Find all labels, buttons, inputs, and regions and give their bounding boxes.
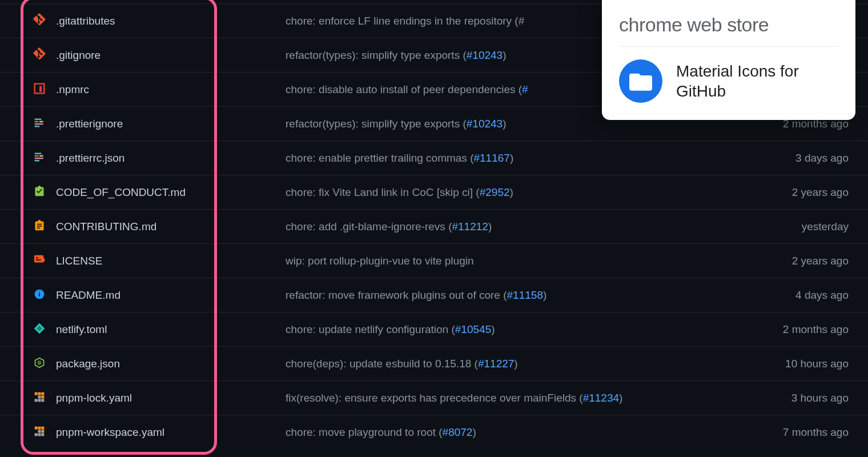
file-name-link[interactable]: CONTRIBUTING.md xyxy=(56,221,156,232)
svg-rect-9 xyxy=(39,155,43,157)
svg-rect-21 xyxy=(35,392,38,395)
svg-rect-17 xyxy=(36,259,41,260)
node-green-icon xyxy=(0,347,46,381)
commit-time: 2 years ago xyxy=(742,175,868,210)
commit-time: 10 hours ago xyxy=(742,347,868,381)
pr-link[interactable]: #2952 xyxy=(480,186,510,198)
file-name-link[interactable]: pnpm-lock.yaml xyxy=(56,392,132,404)
pr-link[interactable]: #11234 xyxy=(583,392,619,404)
svg-rect-15 xyxy=(34,255,43,262)
svg-rect-19 xyxy=(39,293,40,296)
svg-rect-33 xyxy=(35,433,38,436)
pnpm-orange-icon xyxy=(0,415,46,450)
folder-icon xyxy=(619,59,662,103)
svg-rect-10 xyxy=(35,157,43,159)
svg-rect-8 xyxy=(35,155,39,157)
check-green-icon xyxy=(0,175,46,210)
svg-rect-34 xyxy=(38,433,41,436)
file-name-link[interactable]: .npmrc xyxy=(56,83,89,95)
svg-rect-22 xyxy=(38,392,41,395)
store-label: chrome web store xyxy=(619,14,838,47)
file-row: netlify.tomlchore: update netlify config… xyxy=(0,312,868,347)
commit-time: 2 months ago xyxy=(742,312,868,347)
file-name-link[interactable]: netlify.toml xyxy=(56,323,107,335)
git-orange-icon xyxy=(0,38,46,73)
svg-rect-24 xyxy=(41,395,44,398)
commit-message[interactable]: chore: enable prettier trailing commas (… xyxy=(286,141,742,175)
clipboard-orange-icon xyxy=(0,210,46,244)
svg-rect-35 xyxy=(41,433,44,436)
svg-rect-11 xyxy=(35,160,39,162)
commit-time: 2 years ago xyxy=(742,244,868,278)
svg-rect-3 xyxy=(35,121,39,122)
pr-link[interactable]: #11167 xyxy=(473,152,509,164)
pr-link[interactable]: # xyxy=(522,83,528,95)
svg-rect-26 xyxy=(38,399,41,402)
svg-rect-5 xyxy=(35,123,43,125)
file-name-link[interactable]: .gitattributes xyxy=(56,15,115,27)
commit-time: 3 hours ago xyxy=(742,381,868,415)
svg-rect-28 xyxy=(38,395,41,398)
extension-row[interactable]: Material Icons for GitHub xyxy=(619,59,838,103)
commit-message[interactable]: chore(deps): update esbuild to 0.15.18 (… xyxy=(286,347,742,381)
svg-rect-27 xyxy=(41,399,44,402)
file-name-link[interactable]: CODE_OF_CONDUCT.md xyxy=(56,186,186,198)
npm-red-icon xyxy=(0,73,46,107)
pr-link[interactable]: #11212 xyxy=(452,221,488,232)
commit-message[interactable]: chore: fix Vite Land link in CoC [skip c… xyxy=(286,175,742,210)
commit-message[interactable]: wip: port rollup-plugin-vue to vite plug… xyxy=(286,244,742,278)
file-name-link[interactable]: README.md xyxy=(56,289,120,301)
file-name-link[interactable]: .gitignore xyxy=(56,49,101,61)
svg-rect-36 xyxy=(38,430,41,432)
commit-message[interactable]: chore: update netlify configuration (#10… xyxy=(286,312,742,347)
pr-link[interactable]: #10545 xyxy=(455,323,491,335)
svg-rect-23 xyxy=(41,392,44,395)
commit-message[interactable]: chore: add .git-blame-ignore-revs (#1121… xyxy=(286,210,742,244)
file-name-link[interactable]: LICENSE xyxy=(56,255,102,267)
commit-message[interactable]: chore: move playground to root (#8072) xyxy=(286,415,742,450)
netlify-teal-icon xyxy=(0,312,46,347)
commit-time: 4 days ago xyxy=(742,278,868,312)
svg-rect-16 xyxy=(36,257,39,258)
file-name-link[interactable]: .prettierrc.json xyxy=(56,152,124,164)
prettier-icon xyxy=(0,141,46,175)
info-blue-icon xyxy=(0,278,46,312)
pr-link[interactable]: #11158 xyxy=(507,289,543,301)
file-name-link[interactable]: pnpm-workspace.yaml xyxy=(56,426,164,438)
file-row: .prettierrc.jsonchore: enable prettier t… xyxy=(0,141,868,175)
file-name-link[interactable]: .prettierignore xyxy=(56,118,123,130)
file-row: README.mdrefactor: move framework plugin… xyxy=(0,278,868,312)
svg-rect-2 xyxy=(35,118,42,120)
svg-rect-25 xyxy=(35,399,38,402)
svg-rect-1 xyxy=(39,86,42,91)
svg-rect-20 xyxy=(39,291,40,292)
pr-link[interactable]: #10243 xyxy=(467,118,503,130)
commit-time: 3 days ago xyxy=(742,141,868,175)
pr-link[interactable]: #8072 xyxy=(443,426,473,438)
chrome-web-store-popup: chrome web store Material Icons for GitH… xyxy=(602,0,855,120)
commit-message[interactable]: fix(resolve): ensure exports has precede… xyxy=(286,381,742,415)
git-orange-icon xyxy=(0,4,46,38)
commit-time: yesterday xyxy=(742,210,868,244)
svg-rect-4 xyxy=(39,121,43,122)
svg-rect-6 xyxy=(35,126,39,127)
pr-link[interactable]: #10243 xyxy=(467,49,503,61)
file-row: CONTRIBUTING.mdchore: add .git-blame-ign… xyxy=(0,210,868,244)
file-name-link[interactable]: package.json xyxy=(56,358,120,370)
file-row: pnpm-workspace.yamlchore: move playgroun… xyxy=(0,415,868,450)
svg-rect-31 xyxy=(41,426,44,429)
license-red-icon xyxy=(0,244,46,278)
file-row: package.jsonchore(deps): update esbuild … xyxy=(0,347,868,381)
prettier-icon xyxy=(0,107,46,141)
file-row: CODE_OF_CONDUCT.mdchore: fix Vite Land l… xyxy=(0,175,868,210)
svg-rect-32 xyxy=(41,430,44,432)
file-row: pnpm-lock.yamlfix(resolve): ensure expor… xyxy=(0,381,868,415)
svg-rect-30 xyxy=(38,426,41,429)
svg-rect-13 xyxy=(37,226,42,227)
commit-message[interactable]: refactor: move framework plugins out of … xyxy=(286,278,742,312)
svg-rect-7 xyxy=(35,153,42,154)
file-row: LICENSEwip: port rollup-plugin-vue to vi… xyxy=(0,244,868,278)
svg-rect-14 xyxy=(37,227,40,228)
pr-link[interactable]: #11227 xyxy=(478,358,514,370)
pnpm-orange-icon xyxy=(0,381,46,415)
